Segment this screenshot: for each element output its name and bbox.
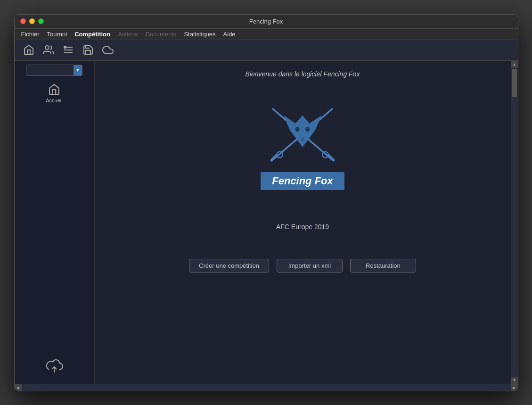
scroll-up-button[interactable]: ▲ [511,61,518,68]
right-scrollbar: ▲ ▼ [511,61,518,384]
scroll-track[interactable] [511,68,518,377]
scroll-thumb[interactable] [512,69,517,97]
dropdown-arrow-icon: ▼ [74,65,82,75]
tournament-name: AFC Europe 2019 [276,223,329,231]
svg-point-15 [305,126,310,132]
create-competition-button[interactable]: Créer une compétition [189,259,269,273]
action-buttons: Créer une compétition Importer un xml Re… [189,259,416,273]
logo-container: Fencing Fox [260,92,345,190]
menu-actions: Actions [114,30,142,39]
scroll-right-button[interactable]: ▶ [511,384,518,391]
menu-competition[interactable]: Compétition [71,30,114,39]
sidebar: ▼ Accueil [15,61,95,384]
users-toolbar-button[interactable] [40,41,57,58]
content-main: Bienvenue dans le logiciel Fencing Fox [95,61,511,384]
bottom-scroll-track[interactable] [22,384,511,391]
logo-text-box: Fencing Fox [261,172,344,190]
logo-text: Fencing Fox [272,175,333,187]
close-button[interactable] [20,18,26,24]
svg-point-14 [295,126,300,132]
traffic-lights [20,18,44,24]
save-toolbar-button[interactable] [80,41,97,58]
window-title: Fencing Fox [249,18,283,25]
menu-tournoi[interactable]: Tournoi [43,30,71,39]
list-toolbar-button[interactable] [60,41,77,58]
svg-point-0 [45,46,49,50]
restauration-button[interactable]: Restauration [350,259,416,273]
sidebar-item-accueil-label: Accueil [46,98,62,103]
menu-documents: Documents [142,30,180,39]
menu-statistiques[interactable]: Statistiques [180,30,219,39]
main-area: ▼ Accueil Bienvenue dans le logicie [15,61,518,384]
menu-aide[interactable]: Aide [220,30,239,39]
menu-fichier[interactable]: Fichier [17,30,43,39]
bottom-scrollbar: ◀ ▶ [15,384,518,391]
sidebar-item-accueil[interactable]: Accueil [15,76,94,111]
sidebar-dropdown[interactable]: ▼ [26,65,82,76]
menu-bar: Fichier Tournoi Compétition Actions Docu… [15,29,518,40]
import-xml-button[interactable]: Importer un xml [277,259,343,273]
minimize-button[interactable] [29,18,35,24]
fencing-fox-logo [260,92,345,177]
sidebar-cloud-upload[interactable] [45,359,63,374]
toolbar [15,40,518,61]
scroll-left-button[interactable]: ◀ [15,384,22,391]
home-toolbar-button[interactable] [20,41,37,58]
content-inner: Bienvenue dans le logiciel Fencing Fox [95,61,518,384]
scroll-down-button[interactable]: ▼ [511,377,518,384]
app-window: Fencing Fox Fichier Tournoi Compétition … [14,14,518,391]
title-bar: Fencing Fox [15,15,518,29]
maximize-button[interactable] [38,18,44,24]
welcome-text: Bienvenue dans le logiciel Fencing Fox [246,70,360,78]
cloud-toolbar-button[interactable] [99,41,116,58]
